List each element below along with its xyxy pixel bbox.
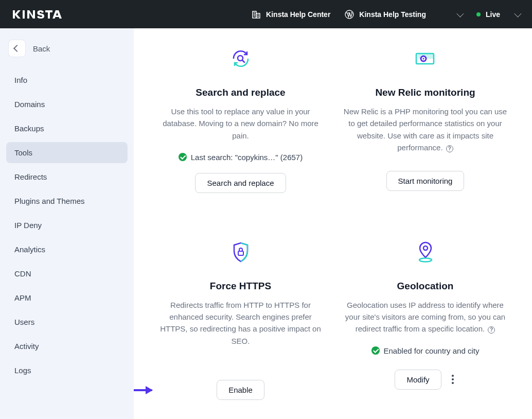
status-text: Last search: "copykins…" (2657) [191, 153, 303, 162]
card-title: Force HTTPS [158, 281, 323, 292]
map-pin-icon [343, 238, 507, 266]
info-icon[interactable]: ? [446, 145, 453, 152]
wordpress-icon [345, 10, 354, 19]
card-desc: Redirects traffic from HTTP to HTTPS for… [158, 299, 323, 347]
sidebar-item-domains[interactable]: Domains [6, 94, 128, 115]
site-name: Kinsta Help Center [266, 10, 330, 19]
sidebar-item-cdn[interactable]: CDN [6, 263, 128, 284]
svg-point-17 [419, 258, 432, 261]
search-replace-icon [158, 45, 323, 73]
site-selector[interactable]: Kinsta Help Center [252, 10, 330, 19]
svg-rect-15 [238, 251, 243, 255]
status-line: Enabled for country and city [343, 346, 507, 355]
main-content: Search and replace Use this tool to repl… [134, 28, 532, 419]
card-search-replace: Search and replace Use this tool to repl… [154, 45, 327, 193]
kebab-icon [452, 378, 454, 380]
sidebar-item-users[interactable]: Users [6, 311, 128, 333]
back-label: Back [33, 44, 50, 53]
sidebar: Back InfoDomainsBackupsToolsRedirectsPlu… [0, 28, 134, 419]
card-force-https: Force HTTPS Redirects traffic from HTTP … [154, 214, 327, 401]
callout-arrow-icon [134, 389, 152, 391]
modify-geo-button[interactable]: Modify [395, 370, 441, 390]
sidebar-item-activity[interactable]: Activity [6, 336, 128, 357]
kinsta-logo [12, 9, 69, 20]
more-menu-button[interactable] [450, 372, 456, 387]
card-title: Geolocation [343, 281, 507, 292]
sidebar-item-backups[interactable]: Backups [6, 118, 128, 139]
nav-list: InfoDomainsBackupsToolsRedirectsPlugins … [6, 69, 128, 381]
back-button[interactable] [8, 40, 26, 57]
topbar: Kinsta Help Center Kinsta Help Testing L… [0, 0, 532, 28]
card-desc: Use this tool to replace any value in yo… [158, 106, 323, 142]
card-geolocation: Geolocation Geolocation uses IP address … [339, 214, 511, 401]
sidebar-item-tools[interactable]: Tools [6, 142, 128, 163]
search-replace-button[interactable]: Search and replace [195, 173, 286, 193]
card-title: New Relic monitoring [343, 87, 507, 98]
sidebar-item-logs[interactable]: Logs [6, 360, 128, 381]
sidebar-item-info[interactable]: Info [6, 69, 128, 91]
enable-https-button[interactable]: Enable [217, 380, 264, 400]
building-icon [252, 10, 261, 19]
svg-rect-2 [256, 13, 260, 18]
card-desc: New Relic is a PHP monitoring tool you c… [343, 106, 507, 153]
svg-line-10 [242, 60, 244, 62]
shield-lock-icon [158, 238, 323, 266]
chevron-down-icon [514, 10, 521, 17]
sidebar-item-apm[interactable]: APM [6, 287, 128, 308]
sidebar-item-redirects[interactable]: Redirects [6, 166, 128, 187]
svg-rect-0 [23, 10, 25, 19]
sidebar-item-ip-deny[interactable]: IP Deny [6, 215, 128, 236]
arrow-left-icon [13, 45, 21, 52]
status-line: Last search: "copykins…" (2657) [158, 153, 323, 162]
card-title: Search and replace [158, 87, 323, 98]
card-desc: Geolocation uses IP address to identify … [343, 299, 507, 335]
card-newrelic: New Relic monitoring New Relic is a PHP … [339, 45, 511, 193]
sidebar-item-plugins-and-themes[interactable]: Plugins and Themes [6, 190, 128, 212]
status-selector[interactable]: Live [476, 10, 520, 19]
info-icon[interactable]: ? [488, 326, 495, 334]
check-icon [371, 346, 380, 355]
svg-point-14 [422, 58, 424, 60]
start-monitoring-button[interactable]: Start monitoring [386, 171, 465, 191]
back-row: Back [6, 38, 128, 69]
environment-selector[interactable]: Kinsta Help Testing [345, 10, 462, 19]
status-label: Live [486, 10, 500, 19]
env-name: Kinsta Help Testing [359, 10, 426, 19]
chevron-down-icon [456, 10, 464, 17]
svg-point-16 [423, 246, 428, 250]
monitoring-icon [343, 45, 507, 73]
status-text: Enabled for country and city [384, 346, 480, 355]
sidebar-item-analytics[interactable]: Analytics [6, 239, 128, 260]
status-dot-icon [476, 12, 481, 16]
check-icon [179, 153, 187, 161]
